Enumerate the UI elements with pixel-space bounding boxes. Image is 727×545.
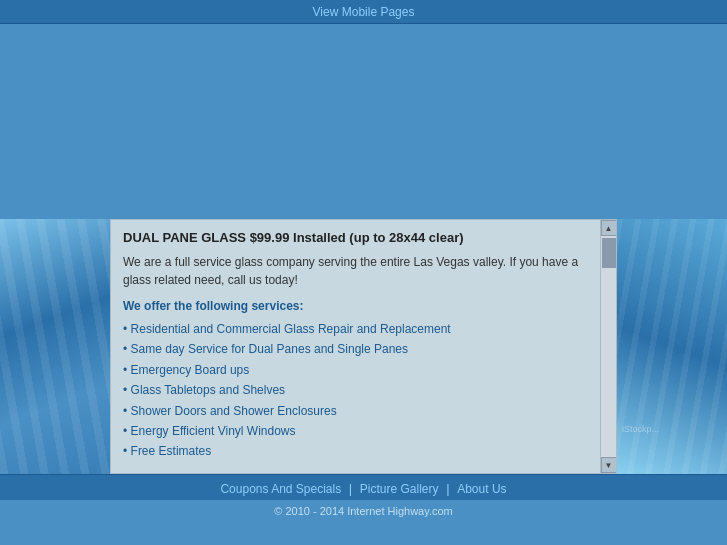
service-list-item: Free Estimates — [123, 441, 596, 461]
service-list-item: Glass Tabletops and Shelves — [123, 380, 596, 400]
separator-1: | — [349, 481, 352, 496]
about-link[interactable]: About Us — [457, 482, 506, 496]
header-blue-area — [0, 24, 727, 219]
service-list-item: Residential and Commercial Glass Repair … — [123, 319, 596, 339]
copyright: © 2010 - 2014 Internet Highway.com — [0, 500, 727, 522]
right-glass-panel — [617, 219, 727, 474]
scroll-down-button[interactable]: ▼ — [601, 457, 617, 473]
service-list-item: Energy Efficient Vinyl Windows — [123, 421, 596, 441]
content-title: DUAL PANE GLASS $99.99 Installed (up to … — [123, 230, 596, 245]
service-list-item: Shower Doors and Shower Enclosures — [123, 401, 596, 421]
copyright-text: © 2010 - 2014 Internet Highway.com — [274, 505, 453, 517]
left-glass-panel — [0, 219, 110, 474]
scrollbar-track: ▲ ▼ — [600, 220, 616, 473]
service-list-item: Same day Service for Dual Panes and Sing… — [123, 339, 596, 359]
top-bar: View Mobile Pages — [0, 0, 727, 24]
scroll-up-button[interactable]: ▲ — [601, 220, 617, 236]
center-content-box: DUAL PANE GLASS $99.99 Installed (up to … — [110, 219, 617, 474]
services-list: Residential and Commercial Glass Repair … — [123, 319, 596, 462]
gallery-link[interactable]: Picture Gallery — [360, 482, 439, 496]
mobile-pages-link[interactable]: View Mobile Pages — [313, 5, 415, 19]
service-list-item: Emergency Board ups — [123, 360, 596, 380]
coupons-link[interactable]: Coupons And Specials — [220, 482, 341, 496]
content-body: We are a full service glass company serv… — [123, 253, 596, 289]
services-title: We offer the following services: — [123, 299, 596, 313]
bottom-nav: Coupons And Specials | Picture Gallery |… — [0, 474, 727, 500]
scroll-thumb[interactable] — [602, 238, 616, 268]
separator-2: | — [446, 481, 449, 496]
scrollable-content[interactable]: DUAL PANE GLASS $99.99 Installed (up to … — [111, 220, 616, 473]
content-section: DUAL PANE GLASS $99.99 Installed (up to … — [0, 219, 727, 474]
